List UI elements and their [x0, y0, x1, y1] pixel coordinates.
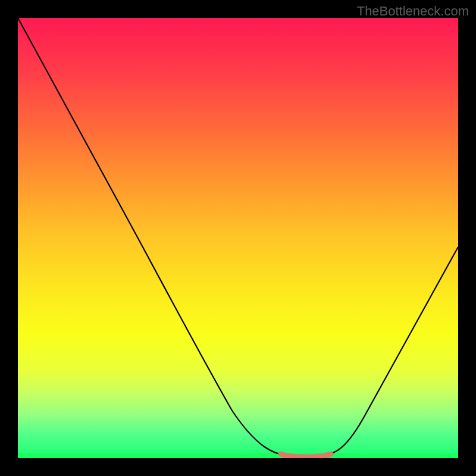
curve-path — [18, 18, 458, 455]
chart-plot-area — [18, 18, 458, 458]
watermark-text: TheBottleneck.com — [357, 4, 469, 19]
bottleneck-curve — [18, 18, 458, 458]
optimal-segment — [281, 454, 331, 457]
